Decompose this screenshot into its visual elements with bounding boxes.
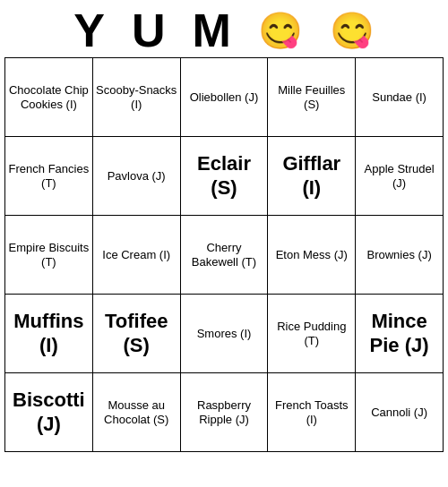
bingo-header: Y U M 😋 😋 bbox=[0, 0, 448, 57]
cell-r0-c3: Mille Feuilles (S) bbox=[268, 58, 356, 137]
cell-r4-c1: Mousse au Chocolat (S) bbox=[92, 373, 180, 452]
cell-r4-c3: French Toasts (I) bbox=[268, 373, 356, 452]
cell-r2-c0: Empire Biscuits (T) bbox=[5, 216, 93, 295]
cell-r1-c4: Apple Strudel (J) bbox=[356, 137, 444, 216]
cell-r3-c0: Muffins (I) bbox=[5, 295, 93, 373]
cell-r2-c2: Cherry Bakewell (T) bbox=[180, 216, 268, 295]
cell-r2-c3: Eton Mess (J) bbox=[268, 216, 356, 295]
cell-r1-c3: Gifflar (I) bbox=[268, 137, 356, 216]
cell-r0-c4: Sundae (I) bbox=[356, 58, 444, 137]
cell-r2-c4: Brownies (J) bbox=[356, 216, 444, 295]
cell-r3-c1: Tofifee (S) bbox=[92, 295, 180, 373]
cell-r0-c2: Oliebollen (J) bbox=[180, 58, 268, 137]
cell-r0-c0: Chocolate Chip Cookies (I) bbox=[5, 58, 93, 137]
cell-r1-c0: French Fancies (T) bbox=[5, 137, 93, 216]
cell-r0-c1: Scooby-Snacks (I) bbox=[92, 58, 180, 137]
cell-r4-c2: Raspberry Ripple (J) bbox=[180, 373, 268, 452]
emoji-2: 😋 bbox=[330, 13, 375, 48]
bingo-grid: Chocolate Chip Cookies (I)Scooby-Snacks … bbox=[4, 57, 444, 452]
cell-r1-c1: Pavlova (J) bbox=[92, 137, 180, 216]
letter-u: U bbox=[132, 7, 166, 54]
cell-r3-c3: Rice Pudding (T) bbox=[268, 295, 356, 373]
letter-y: Y bbox=[73, 7, 105, 54]
letter-m: M bbox=[192, 7, 230, 54]
cell-r3-c2: Smores (I) bbox=[180, 295, 268, 373]
cell-r2-c1: Ice Cream (I) bbox=[92, 216, 180, 295]
cell-r3-c4: Mince Pie (J) bbox=[356, 295, 444, 373]
cell-r4-c0: Biscotti (J) bbox=[5, 373, 93, 452]
cell-r1-c2: Eclair (S) bbox=[180, 137, 268, 216]
cell-r4-c4: Cannoli (J) bbox=[356, 373, 444, 452]
emoji-1: 😋 bbox=[258, 13, 303, 48]
